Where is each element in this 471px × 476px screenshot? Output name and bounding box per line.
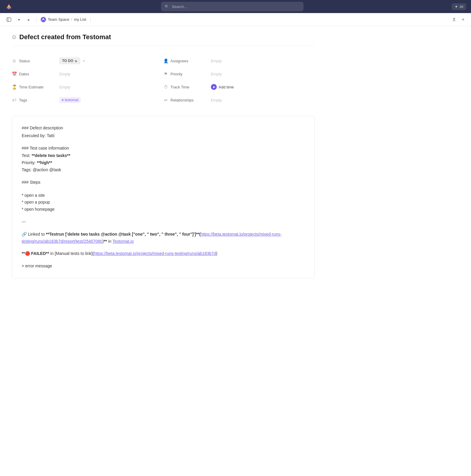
secondbar-actions: +: [450, 16, 466, 23]
desc-failed-url[interactable]: https://beta.testomat.io/projects/mixed-…: [94, 251, 216, 256]
add-time-text: Add time: [219, 85, 234, 89]
breadcrumb-separator: /: [71, 17, 72, 22]
field-dates-value[interactable]: Empty: [59, 72, 70, 76]
desc-step-2: * open a popup: [22, 199, 305, 206]
breadcrumb: Team Space / my List: [41, 17, 86, 22]
desc-spacer-4: [22, 213, 305, 218]
assignees-icon: 👤: [163, 58, 168, 63]
field-time-estimate-value[interactable]: Empty: [59, 85, 70, 89]
field-time-estimate-label: ⏳ Time Estimate: [12, 85, 59, 89]
status-text: TO DO: [62, 59, 73, 63]
desc-failed: **🔴 FAILED** in [Manual tests to link](h…: [22, 250, 305, 257]
desc-linked-bold: **Testrun ['delete two tasks @action @ta…: [46, 232, 201, 237]
fields-right: 👤 Assignees Empty ⚑ Priority Empty ⏱ Tra…: [163, 54, 315, 107]
desc-step-1: * open a site: [22, 192, 305, 199]
workspace-icon: [41, 17, 46, 22]
search-icon: 🔍: [165, 4, 169, 9]
tag-text: testomat: [65, 98, 78, 102]
page-title-row: ⊙ Defect created from Testomat: [12, 33, 315, 46]
field-time-estimate: ⏳ Time Estimate Empty: [12, 80, 163, 93]
export-button[interactable]: [450, 16, 458, 23]
tags-label-text: Tags: [19, 98, 27, 102]
field-status: ⊙ Status TO DO ▶ ✓: [12, 54, 163, 67]
nav-up-button[interactable]: [15, 17, 23, 23]
status-badge[interactable]: TO DO ▶: [59, 58, 80, 64]
add-time-button[interactable]: ▶ Add time: [211, 84, 234, 90]
fields-left: ⊙ Status TO DO ▶ ✓ 📅 Da: [12, 54, 163, 107]
assignees-label-text: Assignees: [170, 59, 188, 63]
ai-button[interactable]: ✦ AI: [452, 3, 466, 10]
list-label[interactable]: my List: [74, 17, 86, 22]
field-tags: 🏷 Tags testomat: [12, 93, 163, 107]
desc-spacer-1: [22, 139, 305, 145]
field-assignees: 👤 Assignees Empty: [163, 54, 315, 67]
desc-testomat-link[interactable]: Testomat.io: [113, 239, 134, 244]
topbar: 🔍 Search... ✦ AI: [0, 0, 471, 13]
desc-heading-2: ### Test case information: [22, 145, 305, 152]
field-priority: ⚑ Priority Empty: [163, 67, 315, 80]
add-button[interactable]: +: [460, 16, 466, 23]
desc-tags: Tags: @action @task: [22, 166, 305, 174]
app-logo: [5, 2, 13, 11]
track-time-icon: ⏱: [163, 85, 168, 89]
dates-icon: 📅: [12, 72, 17, 76]
desc-heading-1: ### Defect description: [22, 125, 305, 132]
field-relationships: ⇌ Relationships Empty: [163, 93, 315, 107]
tag-dot: [62, 99, 64, 101]
field-track-time-value: ▶ Add time: [211, 84, 234, 90]
field-track-time: ⏱ Track Time ▶ Add time: [163, 80, 315, 93]
ai-sparkle-icon: ✦: [455, 4, 458, 9]
relationships-icon: ⇌: [163, 98, 168, 102]
search-bar[interactable]: 🔍 Search...: [161, 2, 304, 11]
field-assignees-value[interactable]: Empty: [211, 59, 222, 63]
field-status-value: TO DO ▶ ✓: [59, 58, 86, 64]
svg-rect-2: [7, 18, 11, 21]
desc-heading-3: ### Steps: [22, 179, 305, 186]
main-content: ⊙ Defect created from Testomat ⊙ Status …: [0, 26, 327, 285]
desc-spacer-3: [22, 187, 305, 192]
field-priority-value[interactable]: Empty: [211, 72, 222, 76]
desc-test: Test: **delete two tasks**: [22, 152, 305, 159]
workspace-label[interactable]: Team Space: [48, 17, 69, 22]
breadcrumb-divider: [90, 17, 91, 23]
field-dates: 📅 Dates Empty: [12, 67, 163, 80]
relationships-label-text: Relationships: [170, 98, 194, 102]
desc-executed-by: Executed by: Tatti: [22, 132, 305, 139]
desc-test-bold: **delete two tasks**: [31, 153, 70, 158]
desc-step-3: * open homepage: [22, 206, 305, 213]
field-tags-label: 🏷 Tags: [12, 98, 59, 102]
time-estimate-label-text: Time Estimate: [19, 85, 44, 89]
desc-spacer-7: [22, 257, 305, 263]
sidebar-toggle-button[interactable]: [5, 16, 13, 23]
page-title: Defect created from Testomat: [19, 33, 111, 41]
description-card: ### Defect description Executed by: Tatt…: [12, 116, 315, 278]
desc-spacer-6: [22, 245, 305, 250]
desc-failed-bold: **🔴 FAILED**: [22, 251, 49, 256]
tag-testomat[interactable]: testomat: [59, 97, 81, 103]
desc-divider: ---: [22, 218, 305, 226]
field-relationships-label: ⇌ Relationships: [163, 98, 211, 102]
field-track-time-label: ⏱ Track Time: [163, 85, 211, 89]
priority-label-text: Priority: [170, 72, 182, 76]
field-tags-value: testomat: [59, 97, 81, 103]
dates-label-text: Dates: [19, 72, 29, 76]
nav-divider: [36, 17, 37, 23]
desc-spacer-2: [22, 174, 305, 179]
desc-priority: Priority: **high**: [22, 159, 305, 166]
status-arrow-icon: ▶: [75, 59, 78, 63]
ai-label: AI: [460, 4, 463, 9]
svg-point-1: [8, 6, 10, 7]
field-priority-label: ⚑ Priority: [163, 72, 211, 76]
priority-icon: ⚑: [163, 72, 168, 76]
field-relationships-value[interactable]: Empty: [211, 98, 222, 102]
nav-down-button[interactable]: [25, 17, 32, 23]
field-status-label: ⊙ Status: [12, 58, 59, 63]
status-group[interactable]: TO DO ▶ ✓: [59, 58, 86, 64]
secondbar: Team Space / my List +: [0, 13, 471, 26]
desc-spacer-5: [22, 226, 305, 231]
status-check-icon[interactable]: ✓: [83, 59, 86, 63]
play-icon: ▶: [211, 84, 217, 90]
desc-error-message: > error message: [22, 263, 305, 270]
status-label-text: Status: [19, 59, 30, 63]
search-placeholder: Search...: [172, 4, 187, 9]
